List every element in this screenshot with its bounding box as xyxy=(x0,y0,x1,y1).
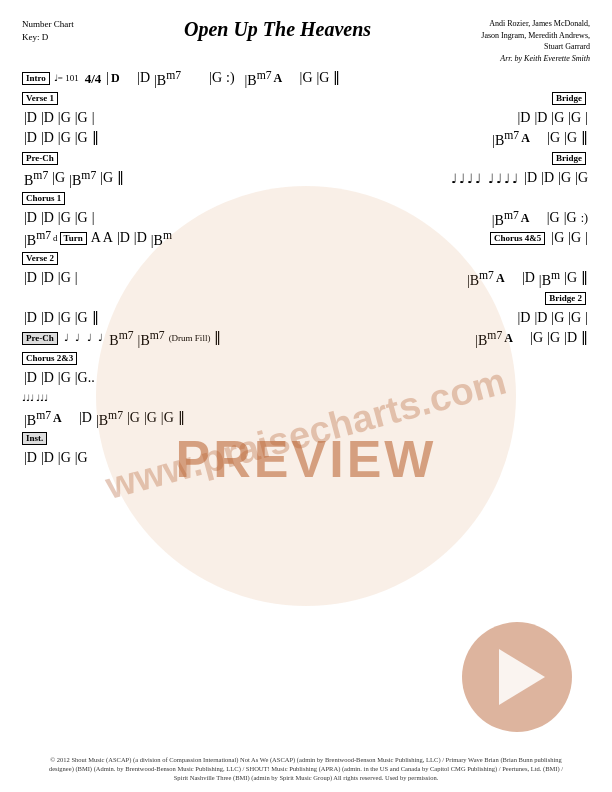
tc2: A A xyxy=(91,231,113,245)
chorus23-row1: |D |D |G |G.. xyxy=(22,368,590,388)
inst-label: Inst. xyxy=(22,432,47,446)
verse1-row1: |D |D |G |G | |D |D |G |G | xyxy=(22,108,590,128)
page: Number Chart Key: D Open Up The Heavens … xyxy=(0,0,612,792)
tc4: |D xyxy=(134,231,147,245)
v1r1b9: |G xyxy=(568,111,581,125)
bridge2-label: Bridge 2 xyxy=(545,292,586,306)
v1r1b6: |D xyxy=(518,111,531,125)
rhythm3: ♩♩♩ ♩♩♩ xyxy=(22,394,48,403)
c1r1b5: | xyxy=(92,211,95,225)
chorus45-label: Chorus 4&5 xyxy=(490,232,545,246)
v2r1b4: | xyxy=(75,271,78,285)
v1r2b2: |D xyxy=(41,131,54,145)
double-bar1: ‖ xyxy=(333,71,340,85)
pc2b1: Bm7 xyxy=(109,330,133,348)
pc1b7: |G xyxy=(558,171,571,185)
v1r2b3: |G xyxy=(58,131,71,145)
c23r1b2: |D xyxy=(41,371,54,385)
bridge2-row1: |D |D |G |G ‖ |D |D |G |G | xyxy=(22,308,590,328)
c1r1b3: |G xyxy=(58,211,71,225)
v1r1b4: |G xyxy=(75,111,88,125)
b2r1b2: |D xyxy=(41,311,54,325)
inst-label-row: Inst. xyxy=(22,428,590,448)
tempo: ♩= 101 xyxy=(54,74,79,83)
chorus23-row3: |Bm7 A |D |Bm7 |G |G |G ‖ xyxy=(22,408,590,428)
music-content: Intro ♩= 101 4/4 | D |D |Bm7 |G :) |Bm7 … xyxy=(22,68,590,468)
chorus1-row1: |D |D |G |G | |Bm7 A |G |G :) xyxy=(22,208,590,228)
song-title: Open Up The Heavens xyxy=(74,18,482,41)
pc2-dbl: ‖ xyxy=(214,331,221,345)
turn-label: Turn xyxy=(60,232,87,246)
pc1b2: |G xyxy=(52,171,65,185)
v2r1-dbl: ‖ xyxy=(581,271,588,285)
c23r3b6: |G xyxy=(161,411,174,425)
prech-row1: Bm7 |G |Bm7 |G ‖ ♩♩♩♩ ♩♩♩♩ |D |D |G |G xyxy=(22,168,590,188)
chorus1-label-row: Chorus 1 xyxy=(22,188,590,208)
rhythm1: ♩♩♩♩ ♩♩♩♩ xyxy=(451,172,520,185)
tc1: |Bm7 xyxy=(24,230,51,248)
v1r1b8: |G xyxy=(551,111,564,125)
pc2-A: A xyxy=(504,332,526,344)
pc1-dbl: ‖ xyxy=(117,171,124,185)
chart-info: Number Chart Key: D xyxy=(22,18,74,43)
v1r2b5: |Bm7 xyxy=(492,130,519,148)
c1r1b4: |G xyxy=(75,211,88,225)
v2r1b8: |G xyxy=(564,271,577,285)
pc1b1: Bm7 xyxy=(24,170,48,188)
b2r1-dbl: ‖ xyxy=(92,311,99,325)
bar5: :) xyxy=(226,71,235,85)
tc3: |D xyxy=(117,231,130,245)
tc7: |G xyxy=(568,231,581,245)
c1r1b8: |G xyxy=(564,211,577,225)
b2r1b4: |G xyxy=(75,311,88,325)
rhythm2: ♩ ♩ ♩ ♩ xyxy=(64,333,106,343)
c1r1b2: |D xyxy=(41,211,54,225)
v1r2-dbl: ‖ xyxy=(92,131,99,145)
bar8: |G xyxy=(317,71,330,85)
v2r1b3: |G xyxy=(58,271,71,285)
pc1b8: |G xyxy=(575,171,588,185)
turn-chorus45-row: |Bm7 d Turn A A |D |D |Bm Chorus 4&5 |G … xyxy=(22,228,590,248)
chorus1-label: Chorus 1 xyxy=(22,192,65,206)
verse2-label-row: Verse 2 xyxy=(22,248,590,268)
c23r3b1: |Bm7 xyxy=(24,410,51,428)
c23-dbl: ‖ xyxy=(178,411,185,425)
b2r1b6: |D xyxy=(534,311,547,325)
pc1b6: |D xyxy=(541,171,554,185)
pc1b3: |Bm7 xyxy=(69,170,96,188)
v2r1b6: |D xyxy=(522,271,535,285)
tc8: | xyxy=(585,231,588,245)
v1r2b1: |D xyxy=(24,131,37,145)
v1r1b7: |D xyxy=(534,111,547,125)
v1r2-A: A xyxy=(521,132,543,144)
bridge2-label-row: Bridge 2 xyxy=(22,288,590,308)
play-button[interactable] xyxy=(462,622,572,732)
title-area: Open Up The Heavens xyxy=(74,18,482,41)
arranger: Arr. by Keith Everette Smith xyxy=(481,53,590,65)
bar7: |G xyxy=(300,71,313,85)
chorus23-label-row: Chorus 2&3 xyxy=(22,348,590,368)
verse2-row1: |D |D |G | |Bm7 A |D |Bm |G ‖ xyxy=(22,268,590,288)
play-icon xyxy=(499,649,545,705)
v1r2b7: |G xyxy=(564,131,577,145)
v1r2-dbl2: ‖ xyxy=(581,131,588,145)
bar2: |D xyxy=(137,71,150,85)
b2r1b8: |G xyxy=(568,311,581,325)
b2r1b9: | xyxy=(585,311,588,325)
footer-copyright: © 2012 Shout Music (ASCAP) (a division o… xyxy=(46,755,566,782)
ir1b1: |D xyxy=(24,451,37,465)
c1r1-A: A xyxy=(521,212,543,224)
bridge-label-1: Bridge xyxy=(552,92,586,106)
c23r3-A: A xyxy=(53,412,75,424)
c23r1b4: |G.. xyxy=(75,371,95,385)
v2r1-A: A xyxy=(496,272,518,284)
prech2-label: Pre-Ch xyxy=(22,332,58,346)
bar6: |Bm7 xyxy=(245,70,272,88)
v2r1b5: |Bm7 xyxy=(467,270,494,288)
ir1b4: |G xyxy=(75,451,88,465)
intro-row: Intro ♩= 101 4/4 | D |D |Bm7 |G :) |Bm7 … xyxy=(22,68,590,88)
verse1-bridge-header: Verse 1 Bridge xyxy=(22,88,590,108)
v1r1b10: | xyxy=(585,111,588,125)
tc5: |Bm xyxy=(151,230,172,248)
time-sig: 4/4 xyxy=(85,72,102,85)
